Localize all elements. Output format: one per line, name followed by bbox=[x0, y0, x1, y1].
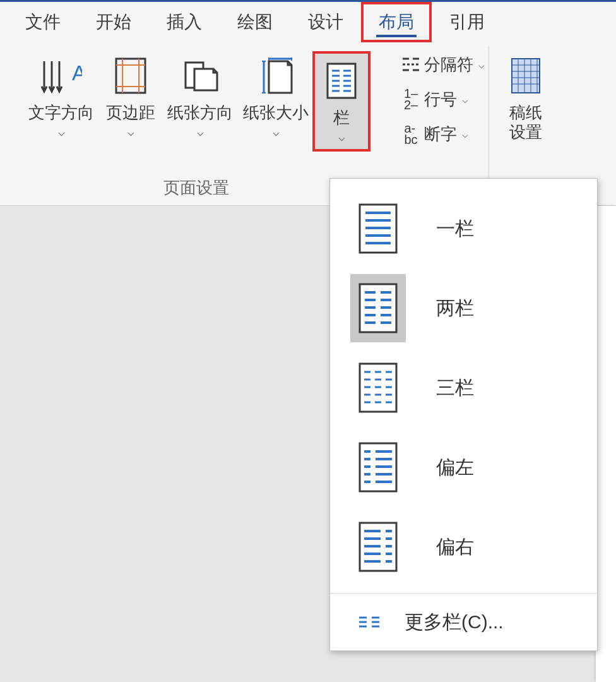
size-label: 纸张大小 bbox=[243, 103, 309, 123]
hyphenation-label: 断字 bbox=[424, 123, 457, 145]
text-direction-label: 文字方向 bbox=[28, 103, 94, 123]
tab-home[interactable]: 开始 bbox=[78, 2, 149, 42]
columns-label: 栏 bbox=[333, 108, 350, 128]
page-setup-small-stack: 分隔符 ⌵ 1–2– 行号 ⌵ a-bc 断字 ⌵ bbox=[393, 42, 489, 150]
columns-option-two[interactable]: 两栏 bbox=[330, 268, 597, 348]
chevron-down-icon: ⌵ bbox=[197, 125, 204, 139]
breaks-button[interactable]: 分隔符 ⌵ bbox=[398, 49, 485, 80]
margins-label: 页边距 bbox=[106, 103, 155, 123]
columns-option-left[interactable]: 偏左 bbox=[330, 428, 597, 507]
tab-insert[interactable]: 插入 bbox=[149, 2, 220, 42]
line-numbers-button[interactable]: 1–2– 行号 ⌵ bbox=[398, 83, 485, 115]
chevron-down-icon: ⌵ bbox=[127, 125, 134, 139]
svg-text:A: A bbox=[72, 61, 82, 85]
chevron-down-icon: ⌵ bbox=[478, 59, 485, 71]
svg-rect-4 bbox=[116, 59, 145, 93]
tab-layout[interactable]: 布局 bbox=[361, 2, 432, 42]
chevron-down-icon: ⌵ bbox=[462, 93, 468, 105]
columns-icon bbox=[326, 57, 357, 104]
columns-option-three[interactable]: 三栏 bbox=[330, 348, 597, 428]
columns-one-icon bbox=[350, 194, 406, 263]
document-page-edge bbox=[596, 206, 616, 682]
orientation-button[interactable]: 纸张方向 ⌵ bbox=[162, 52, 238, 139]
columns-two-icon bbox=[350, 274, 406, 342]
svg-rect-15 bbox=[328, 64, 355, 98]
orientation-label: 纸张方向 bbox=[167, 103, 233, 123]
ribbon-tabs: 文件 开始 插入 绘图 设计 布局 引用 bbox=[0, 2, 616, 42]
columns-right-label: 偏右 bbox=[436, 534, 474, 560]
columns-option-right[interactable]: 偏右 bbox=[330, 507, 597, 587]
chevron-down-icon: ⌵ bbox=[273, 125, 280, 139]
tab-draw[interactable]: 绘图 bbox=[220, 2, 290, 42]
columns-three-label: 三栏 bbox=[436, 375, 474, 401]
manuscript-paper-icon bbox=[509, 52, 542, 99]
group-page-setup-items: A 文字方向 ⌵ bbox=[23, 42, 369, 150]
tab-file[interactable]: 文件 bbox=[8, 2, 78, 42]
columns-more-label: 更多栏(C)... bbox=[405, 609, 504, 635]
columns-option-one[interactable]: 一栏 bbox=[330, 189, 597, 268]
chevron-down-icon: ⌵ bbox=[58, 125, 65, 139]
text-direction-icon: A bbox=[40, 52, 82, 99]
margins-icon bbox=[114, 52, 148, 99]
columns-left-icon bbox=[350, 433, 406, 501]
text-direction-button[interactable]: A 文字方向 ⌵ bbox=[23, 52, 99, 139]
columns-more-option[interactable]: 更多栏(C)... bbox=[330, 594, 597, 650]
manuscript-paper-button[interactable]: 稿纸 设置 bbox=[500, 52, 551, 142]
svg-rect-31 bbox=[512, 59, 540, 93]
columns-two-label: 两栏 bbox=[436, 296, 474, 321]
columns-three-icon bbox=[350, 354, 406, 422]
columns-button[interactable]: 栏 ⌵ bbox=[314, 52, 369, 150]
more-columns-icon bbox=[358, 614, 381, 630]
breaks-label: 分隔符 bbox=[424, 54, 473, 76]
breaks-icon bbox=[398, 55, 424, 74]
columns-one-label: 一栏 bbox=[436, 216, 474, 242]
hyphenation-icon: a-bc bbox=[398, 123, 424, 145]
margins-button[interactable]: 页边距 ⌵ bbox=[99, 52, 162, 139]
chevron-down-icon: ⌵ bbox=[462, 128, 468, 140]
manuscript-paper-label: 稿纸 设置 bbox=[509, 103, 542, 142]
chevron-down-icon: ⌵ bbox=[338, 130, 345, 144]
tab-references[interactable]: 引用 bbox=[432, 2, 502, 42]
hyphenation-button[interactable]: a-bc 断字 ⌵ bbox=[398, 118, 485, 150]
ribbon: 文件 开始 插入 绘图 设计 布局 引用 bbox=[0, 0, 616, 206]
columns-left-label: 偏左 bbox=[436, 455, 474, 481]
size-icon bbox=[256, 52, 295, 99]
columns-right-icon bbox=[350, 513, 406, 581]
line-numbers-icon: 1–2– bbox=[398, 88, 424, 111]
tab-design[interactable]: 设计 bbox=[290, 2, 361, 42]
orientation-icon bbox=[182, 52, 218, 99]
size-button[interactable]: 纸张大小 ⌵ bbox=[238, 52, 314, 139]
line-numbers-label: 行号 bbox=[424, 88, 457, 111]
columns-dropdown: 一栏 两栏 bbox=[329, 178, 598, 651]
